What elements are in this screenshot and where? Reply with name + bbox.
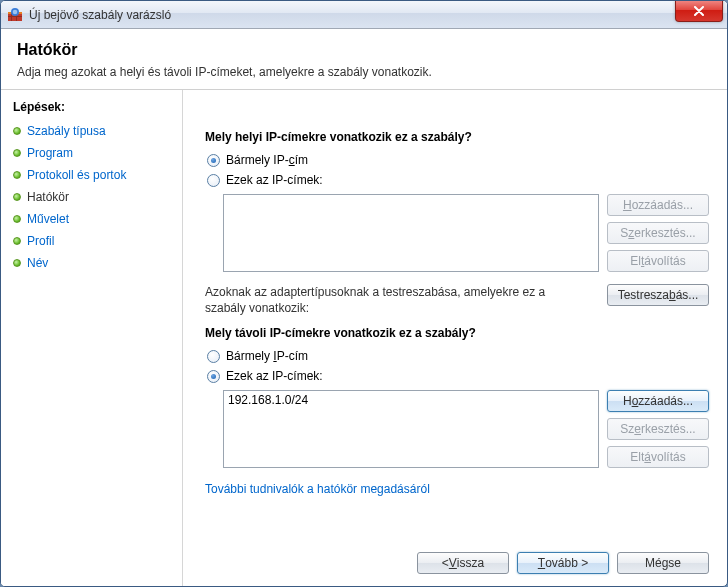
radio-icon [207,370,220,383]
remote-these-ip-radio[interactable]: Ezek az IP-címek: [205,369,709,383]
close-button[interactable] [675,0,723,22]
local-remove-button[interactable]: Eltávolítás [607,250,709,272]
wizard-window: Új bejövő szabály varázsló Hatókör Adja … [0,0,728,587]
adapter-customize-text: Azoknak az adaptertípusoknak a testresza… [205,284,565,316]
radio-label: Bármely IP-cím [226,349,308,363]
bullet-icon [13,215,21,223]
step-name[interactable]: Név [1,252,182,274]
remote-ip-item[interactable]: 192.168.1.0/24 [228,393,308,407]
wizard-footer: < Vissza Tovább > Mégse [205,538,709,574]
radio-icon [207,350,220,363]
radio-icon [207,174,220,187]
bullet-icon [13,171,21,179]
bullet-icon [13,237,21,245]
bullet-icon [13,193,21,201]
local-ip-listbox[interactable] [223,194,599,272]
step-program[interactable]: Program [1,142,182,164]
cancel-button[interactable]: Mégse [617,552,709,574]
local-ip-question: Mely helyi IP-címekre vonatkozik ez a sz… [205,130,709,144]
firewall-icon [7,7,23,23]
remote-add-button[interactable]: Hozzáadás... [607,390,709,412]
close-icon [693,6,705,16]
window-title: Új bejövő szabály varázsló [29,8,171,22]
step-label[interactable]: Protokoll és portok [27,168,126,182]
next-button[interactable]: Tovább > [517,552,609,574]
wizard-header: Hatókör Adja meg azokat a helyi és távol… [1,29,727,90]
radio-label: Ezek az IP-címek: [226,173,323,187]
svg-point-6 [13,9,18,14]
remote-remove-button[interactable]: Eltávolítás [607,446,709,468]
page-title: Hatókör [17,41,711,59]
back-button[interactable]: < Vissza [417,552,509,574]
step-label[interactable]: Név [27,256,48,270]
step-action[interactable]: Művelet [1,208,182,230]
wizard-body: Lépések: Szabály típusa Program Protokol… [1,90,727,586]
remote-ip-listbox[interactable]: 192.168.1.0/24 [223,390,599,468]
bullet-icon [13,259,21,267]
steps-heading: Lépések: [1,100,182,120]
step-protocol-ports[interactable]: Protokoll és portok [1,164,182,186]
svg-rect-2 [8,16,22,17]
step-label[interactable]: Szabály típusa [27,124,106,138]
page-subtitle: Adja meg azokat a helyi és távoli IP-cím… [17,65,711,79]
step-profile[interactable]: Profil [1,230,182,252]
customize-button[interactable]: Testreszabás... [607,284,709,306]
step-label[interactable]: Program [27,146,73,160]
step-scope: Hatókör [1,186,182,208]
step-label: Hatókör [27,190,69,204]
local-any-ip-radio[interactable]: Bármely IP-cím [205,153,709,167]
content-pane: Mely helyi IP-címekre vonatkozik ez a sz… [183,90,727,586]
radio-icon [207,154,220,167]
bullet-icon [13,127,21,135]
remote-edit-button[interactable]: Szerkesztés... [607,418,709,440]
remote-any-ip-radio[interactable]: Bármely IP-cím [205,349,709,363]
titlebar: Új bejövő szabály varázsló [1,1,727,29]
radio-label: Bármely IP-cím [226,153,308,167]
remote-ip-question: Mely távoli IP-címekre vonatkozik ez a s… [205,326,709,340]
local-edit-button[interactable]: Szerkesztés... [607,222,709,244]
local-add-button[interactable]: Hozzáadás... [607,194,709,216]
more-info-link[interactable]: További tudnivalók a hatókör megadásáról [205,482,709,496]
steps-sidebar: Lépések: Szabály típusa Program Protokol… [1,90,183,586]
local-these-ip-radio[interactable]: Ezek az IP-címek: [205,173,709,187]
radio-label: Ezek az IP-címek: [226,369,323,383]
bullet-icon [13,149,21,157]
step-label[interactable]: Profil [27,234,54,248]
step-rule-type[interactable]: Szabály típusa [1,120,182,142]
step-label[interactable]: Művelet [27,212,69,226]
